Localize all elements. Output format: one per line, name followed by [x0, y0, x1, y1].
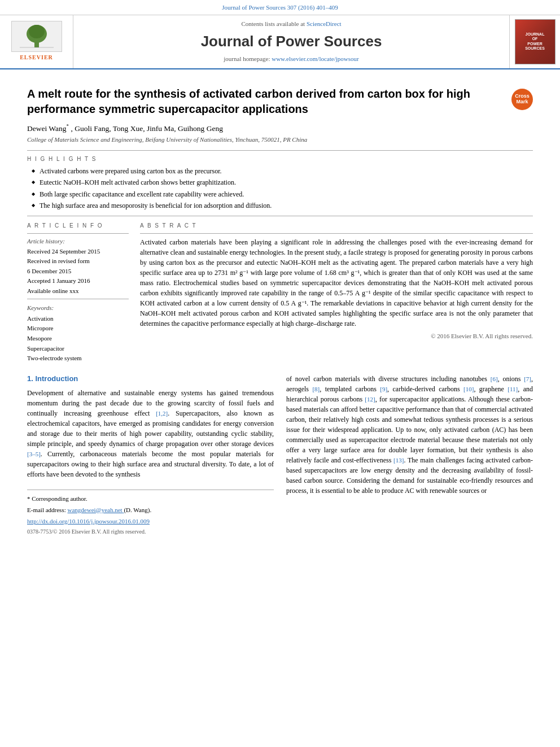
page: Journal of Power Sources 307 (2016) 401–…: [0, 0, 560, 747]
journal-reference: Journal of Power Sources 307 (2016) 401–…: [0, 0, 560, 15]
ref-7[interactable]: [7]: [524, 375, 531, 382]
highlights-divider: [27, 150, 533, 151]
abstract-divider: [140, 233, 533, 234]
ref-11[interactable]: [11]: [508, 386, 518, 392]
history-label: Article history:: [27, 237, 129, 246]
journal-cover-text: JOURNALOFPOWERSOURCES: [525, 32, 545, 51]
ref-8[interactable]: [8]: [312, 386, 320, 392]
journal-homepage-link[interactable]: www.elsevier.com/locate/jpowsour: [272, 55, 358, 62]
keyword-3: Mesopore: [27, 334, 129, 344]
highlight-item-2: Eutectic NaOH–KOH melt activated carbon …: [32, 178, 533, 187]
abstract-column: A B S T R A C T Activated carbon materia…: [140, 222, 533, 364]
email-link[interactable]: wangdewei@yeah.net: [67, 506, 124, 513]
ref-13[interactable]: [13]: [393, 457, 404, 464]
main-content: A melt route for the synthesis of activa…: [0, 69, 560, 545]
introduction-heading: 1. Introduction: [27, 374, 274, 385]
doi-link[interactable]: http://dx.doi.org/10.1016/j.jpowsour.201…: [27, 517, 274, 526]
footer-section: * Corresponding author. E-mail address: …: [27, 490, 274, 536]
crossmark-circle: CrossMark: [511, 89, 533, 110]
keyword-4: Supercapacitor: [27, 344, 129, 354]
corresponding-note: * Corresponding author.: [27, 495, 274, 504]
svg-point-2: [29, 25, 45, 38]
affiliation-line: College of Materials Science and Enginee…: [27, 136, 533, 145]
email-line: E-mail address: wangdewei@yeah.net (D. W…: [27, 506, 274, 515]
elsevier-logo: ELSEVIER: [11, 21, 62, 62]
info-divider-keywords: [27, 299, 129, 299]
journal-homepage-line: journal homepage: www.elsevier.com/locat…: [224, 55, 358, 64]
ref-1-2[interactable]: [1,2]: [156, 410, 168, 417]
ref-3-5[interactable]: [3–5]: [27, 451, 41, 457]
journal-cover-image: JOURNALOFPOWERSOURCES: [515, 19, 555, 64]
highlight-item-4: The high surface area and mesoporosity i…: [32, 201, 533, 211]
keywords-label: Keywords:: [27, 304, 129, 313]
sciencedirect-line: Contents lists available at ScienceDirec…: [241, 20, 341, 29]
elsevier-logo-section: ELSEVIER: [0, 15, 73, 68]
article-info-column: A R T I C L E I N F O Article history: R…: [27, 222, 129, 364]
footer-copyright: 0378-7753/© 2016 Elsevier B.V. All right…: [27, 528, 274, 536]
journal-header: ELSEVIER Contents lists available at Sci…: [0, 15, 560, 69]
abstract-copyright: © 2016 Elsevier B.V. All rights reserved…: [140, 332, 533, 341]
article-title: A melt route for the synthesis of activa…: [27, 86, 502, 117]
journal-cover-section: JOURNALOFPOWERSOURCES: [509, 15, 560, 68]
abstract-text: Activated carbon materials have been pla…: [140, 237, 533, 329]
ref-9[interactable]: [9]: [380, 386, 387, 392]
body-column-left: 1. Introduction Development of alternati…: [27, 374, 274, 536]
intro-paragraph-1: Development of alternative and sustainab…: [27, 388, 274, 479]
revised-label: Received in revised form: [27, 257, 129, 265]
highlights-section: H I G H L I G H T S Activated carbons we…: [27, 155, 533, 211]
keyword-2: Micropore: [27, 324, 129, 334]
article-info-abstract-section: A R T I C L E I N F O Article history: R…: [27, 222, 533, 364]
crossmark-badge[interactable]: CrossMark: [511, 89, 533, 110]
ref-12[interactable]: [12]: [365, 396, 375, 403]
article-info-label: A R T I C L E I N F O: [27, 222, 129, 230]
highlight-item-1: Activated carbons were prepared using ca…: [32, 167, 533, 176]
article-info-divider: [27, 216, 533, 216]
ref-6[interactable]: [6]: [491, 375, 498, 382]
info-divider-top: [27, 233, 129, 234]
body-column-right: of novel carbon materials with diverse s…: [286, 374, 533, 536]
body-section: 1. Introduction Development of alternati…: [27, 374, 533, 536]
highlights-label: H I G H L I G H T S: [27, 155, 533, 164]
sciencedirect-link[interactable]: ScienceDirect: [307, 20, 342, 27]
journal-title: Journal of Power Sources: [201, 31, 382, 53]
article-title-section: A melt route for the synthesis of activa…: [27, 86, 533, 117]
elsevier-text: ELSEVIER: [20, 54, 53, 62]
intro-paragraph-2: of novel carbon materials with diverse s…: [286, 374, 533, 496]
authors-line: Dewei Wang* , Guoli Fang, Tong Xue, Jinf…: [27, 123, 533, 134]
accepted-date: Accepted 1 January 2016: [27, 277, 129, 285]
keyword-1: Activation: [27, 314, 129, 324]
received-date: Received 24 September 2015: [27, 247, 129, 256]
elsevier-tree-image: [11, 21, 62, 52]
highlight-item-3: Both large specific capacitance and exce…: [32, 190, 533, 199]
revised-date: 6 December 2015: [27, 267, 129, 276]
journal-header-center: Contents lists available at ScienceDirec…: [73, 15, 509, 68]
available-date: Available online xxx: [27, 287, 129, 295]
keywords-list: Activation Micropore Mesopore Supercapac…: [27, 314, 129, 364]
highlights-list: Activated carbons were prepared using ca…: [32, 167, 533, 211]
elsevier-tree-svg: [14, 24, 59, 49]
keyword-5: Two-electrode system: [27, 353, 129, 364]
ref-10[interactable]: [10]: [463, 386, 474, 392]
abstract-label: A B S T R A C T: [140, 222, 533, 230]
